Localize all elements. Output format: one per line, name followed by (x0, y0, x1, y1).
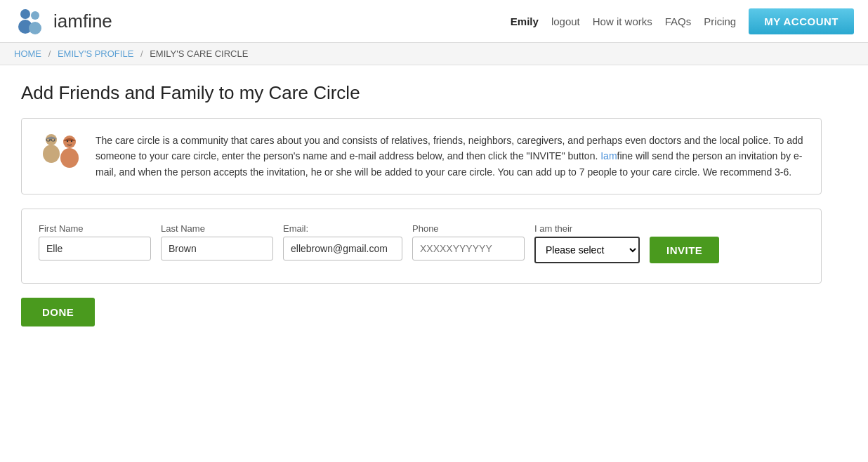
nav-faqs[interactable]: FAQs (665, 15, 692, 27)
svg-point-2 (31, 11, 39, 20)
nav-logout[interactable]: logout (551, 15, 580, 27)
form-box: First Name Last Name Email: Phone I am t… (21, 209, 822, 284)
lastname-group: Last Name (161, 223, 273, 263)
phone-input[interactable] (412, 237, 525, 260)
info-box-icon (39, 133, 84, 173)
email-input[interactable] (283, 237, 402, 260)
logo-icon (14, 7, 48, 35)
firstname-label: First Name (39, 223, 151, 234)
relation-group: I am their Please select Parent Child Si… (534, 223, 640, 263)
firstname-group: First Name (39, 223, 151, 263)
nav-user[interactable]: Emily (511, 15, 539, 27)
lastname-input[interactable] (161, 237, 273, 260)
email-label: Email: (283, 223, 402, 234)
brand-link[interactable]: Iam (600, 150, 617, 161)
header: iamfine Emily logout How it works FAQs P… (0, 0, 868, 43)
breadcrumb-profile[interactable]: EMILY'S PROFILE (58, 48, 133, 59)
lastname-label: Last Name (161, 223, 273, 234)
invite-button[interactable]: INVITE (650, 237, 719, 263)
svg-point-9 (63, 136, 76, 148)
main-content: Add Friends and Family to my Care Circle (0, 65, 843, 343)
nav-how-it-works[interactable]: How it works (593, 15, 652, 27)
nav: Emily logout How it works FAQs Pricing M… (511, 8, 854, 34)
breadcrumb-sep1: / (48, 48, 51, 59)
breadcrumb-home[interactable]: HOME (14, 48, 41, 59)
breadcrumb: HOME / EMILY'S PROFILE / EMILY'S CARE CI… (0, 43, 868, 65)
invite-group: . INVITE (650, 223, 719, 263)
breadcrumb-current: EMILY'S CARE CIRCLE (150, 48, 248, 59)
relation-label: I am their (534, 223, 640, 234)
phone-group: Phone (412, 223, 525, 263)
phone-label: Phone (412, 223, 525, 234)
svg-point-10 (60, 148, 79, 168)
logo[interactable]: iamfine (14, 7, 112, 35)
my-account-button[interactable]: MY ACCOUNT (749, 8, 854, 34)
care-circle-icon (39, 133, 84, 171)
info-text: The care circle is a community that care… (96, 133, 804, 180)
svg-point-11 (67, 140, 68, 142)
email-group: Email: (283, 223, 402, 263)
logo-text: iamfine (53, 11, 112, 32)
breadcrumb-sep2: / (140, 48, 143, 59)
done-button[interactable]: DONE (21, 298, 95, 326)
svg-point-5 (43, 145, 60, 163)
firstname-input[interactable] (39, 237, 151, 260)
svg-point-12 (71, 140, 72, 142)
info-box: The care circle is a community that care… (21, 118, 822, 194)
nav-pricing[interactable]: Pricing (704, 15, 736, 27)
svg-point-0 (20, 9, 30, 19)
svg-point-3 (29, 22, 41, 34)
relation-select[interactable]: Please select Parent Child Sibling Frien… (534, 237, 640, 263)
page-title: Add Friends and Family to my Care Circle (21, 82, 822, 104)
form-labels-row: First Name Last Name Email: Phone I am t… (39, 223, 804, 263)
